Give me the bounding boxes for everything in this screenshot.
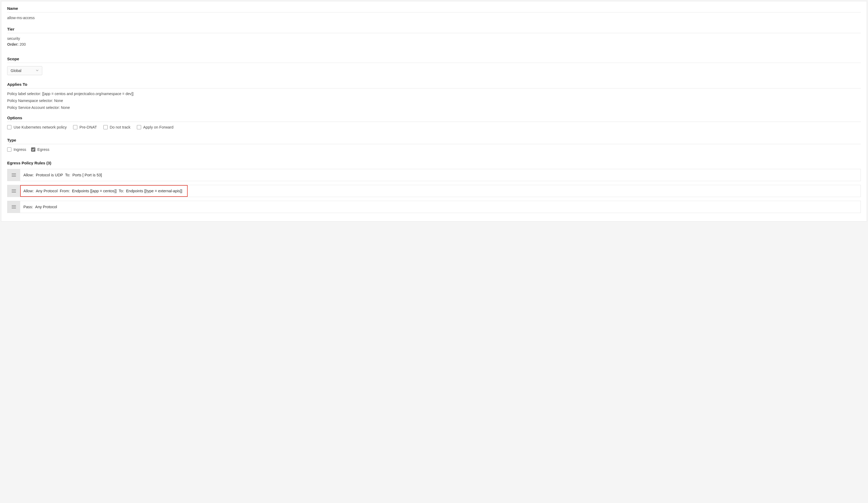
egress-rules-label: Egress Policy Rules (3): [7, 161, 861, 165]
option-do-not-track[interactable]: Do not track: [103, 125, 131, 129]
option-label: Pre-DNAT: [80, 125, 97, 129]
option-label: Use Kubernetes network policy: [13, 125, 67, 129]
policy-label-selector: Policy label selector: [[app = centos an…: [7, 92, 861, 96]
scope-select[interactable]: Global: [7, 66, 42, 75]
checkbox-icon: [7, 147, 11, 151]
type-label-text: Ingress: [13, 147, 26, 151]
option-pre-dnat[interactable]: Pre-DNAT: [73, 125, 97, 129]
type-egress[interactable]: Egress: [31, 147, 50, 151]
drag-handle-icon[interactable]: [8, 201, 20, 213]
checkbox-icon: [73, 125, 78, 129]
checkbox-icon: [137, 125, 141, 129]
checkbox-icon: [103, 125, 107, 129]
rule-content: Allow: Protocol is UDP To: Ports [ Port …: [20, 169, 860, 181]
rule-content: Pass: Any Protocol: [20, 201, 860, 213]
rule-from-value: Endpoints [[app = centos]]: [72, 189, 117, 193]
scope-selected: Global: [11, 69, 21, 73]
rule-from-label: From:: [60, 189, 70, 193]
tier-value: security: [7, 36, 861, 41]
options-row: Use Kubernetes network policy Pre-DNAT D…: [7, 125, 861, 129]
scope-label: Scope: [7, 56, 861, 63]
rules-list: Allow: Protocol is UDP To: Ports [ Port …: [7, 169, 861, 213]
rule-highlight: Allow: Any Protocol From: Endpoints [[ap…: [20, 185, 188, 197]
tier-label: Tier: [7, 27, 861, 33]
type-ingress[interactable]: Ingress: [7, 147, 26, 151]
rule-protocol: Any Protocol: [36, 189, 58, 193]
rule-row[interactable]: Allow: Protocol is UDP To: Ports [ Port …: [7, 169, 861, 181]
rule-protocol: Any Protocol: [35, 205, 57, 209]
option-apply-on-forward[interactable]: Apply on Forward: [137, 125, 174, 129]
name-label: Name: [7, 6, 861, 12]
checkbox-checked-icon: [31, 147, 35, 151]
order-line: Order: 200: [7, 42, 861, 46]
rule-row[interactable]: Allow: Any Protocol From: Endpoints [[ap…: [7, 185, 861, 197]
rule-to-label: To:: [119, 189, 124, 193]
type-label: Type: [7, 138, 861, 144]
option-label: Do not track: [110, 125, 131, 129]
type-label-text: Egress: [38, 147, 50, 151]
rule-row[interactable]: Pass: Any Protocol: [7, 201, 861, 213]
options-label: Options: [7, 116, 861, 122]
option-label: Apply on Forward: [143, 125, 174, 129]
policy-namespace-selector: Policy Namespace selector: None: [7, 98, 861, 103]
policy-form: Name allow-ms-access Tier security Order…: [1, 1, 867, 221]
drag-handle-icon[interactable]: [8, 185, 20, 197]
drag-handle-icon[interactable]: [8, 169, 20, 181]
policy-service-account-selector: Policy Service Account selector: None: [7, 105, 861, 110]
rule-action: Allow:: [23, 189, 34, 193]
option-k8s-policy[interactable]: Use Kubernetes network policy: [7, 125, 67, 129]
applies-to-label: Applies To: [7, 82, 861, 88]
tier-block: security Order: 200: [7, 36, 861, 46]
name-value: allow-ms-access: [7, 16, 861, 20]
type-row: Ingress Egress: [7, 147, 861, 151]
rule-to-value: Endpoints [[type = external-apis]]: [126, 189, 182, 193]
rule-to-value: Ports [ Port is 53]: [72, 173, 102, 177]
order-value: 200: [20, 42, 26, 46]
rule-protocol: Protocol is UDP: [36, 173, 63, 177]
checkbox-icon: [7, 125, 11, 129]
rule-action: Pass:: [23, 205, 33, 209]
rule-to-label: To:: [65, 173, 70, 177]
rule-action: Allow:: [23, 173, 34, 177]
rule-content: Allow: Any Protocol From: Endpoints [[ap…: [20, 185, 860, 197]
chevron-down-icon: [35, 69, 39, 73]
order-label: Order:: [7, 42, 19, 46]
applies-to-block: Policy label selector: [[app = centos an…: [7, 92, 861, 110]
